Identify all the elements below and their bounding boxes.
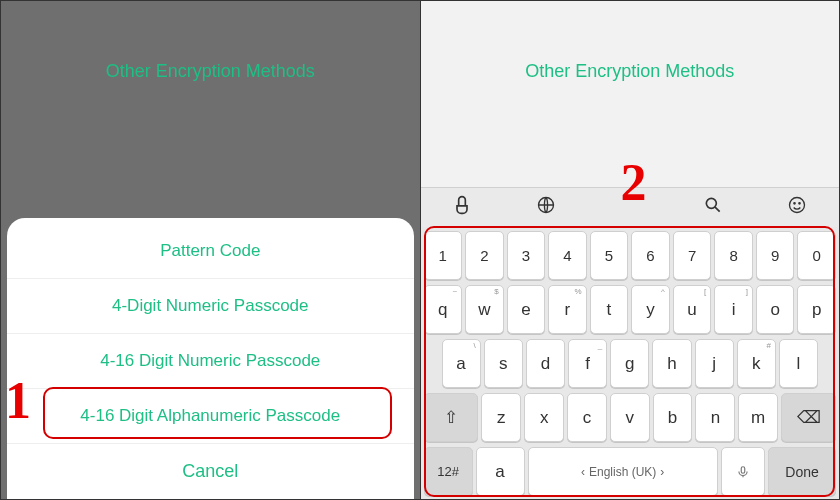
svg-line-2	[716, 207, 721, 212]
svg-point-3	[790, 198, 805, 213]
svg-point-1	[707, 198, 717, 208]
search-icon[interactable]	[672, 195, 756, 220]
action-sheet: Pattern Code 4-Digit Numeric Passcode 4-…	[7, 218, 414, 499]
option-4-16-digit-numeric[interactable]: 4-16 Digit Numeric Passcode	[7, 333, 414, 388]
annotation-highlight-2	[424, 226, 836, 497]
globe-icon[interactable]	[504, 195, 588, 220]
annotation-step-1: 1	[5, 371, 31, 430]
page-title-dimmed: Other Encryption Methods	[1, 61, 420, 82]
touchpal-icon[interactable]	[421, 195, 505, 220]
svg-point-5	[799, 203, 800, 204]
option-4-digit-numeric[interactable]: 4-Digit Numeric Passcode	[7, 278, 414, 333]
option-pattern-code[interactable]: Pattern Code	[7, 224, 414, 278]
annotation-highlight-1	[43, 387, 392, 439]
page-title: Other Encryption Methods	[421, 61, 840, 82]
annotation-step-2: 2	[621, 153, 647, 212]
svg-point-4	[794, 203, 795, 204]
smiley-icon[interactable]	[755, 195, 839, 220]
option-cancel[interactable]: Cancel	[7, 443, 414, 499]
